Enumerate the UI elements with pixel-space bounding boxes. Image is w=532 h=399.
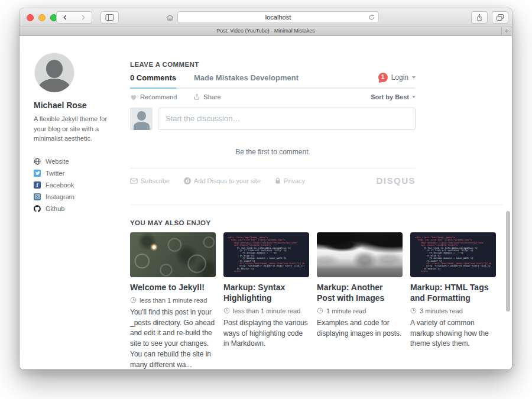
forward-button[interactable] — [74, 11, 92, 24]
commenter-avatar — [130, 108, 153, 130]
card-title[interactable]: Markup: Syntax Highlighting — [223, 283, 309, 304]
main-column: LEAVE A COMMENT 0 Comments Made Mistakes… — [130, 61, 504, 369]
home-icon — [166, 14, 174, 22]
login-badge: 1 — [378, 73, 388, 82]
github-icon — [34, 205, 41, 212]
read-time: 1 minute read — [317, 307, 403, 314]
disqus-footer: Subscribe d Add Disqus to your site Priv… — [130, 176, 416, 186]
chevron-right-icon — [79, 14, 87, 21]
card-thumbnail-code[interactable]: <div class="masthead__menu"> <nav id="si… — [410, 232, 496, 277]
disqus-logo[interactable]: DISQUS — [376, 176, 416, 186]
back-button[interactable] — [56, 11, 74, 24]
privacy-link[interactable]: Privacy — [275, 177, 305, 184]
sidebar-icon — [105, 14, 114, 21]
tab-bar: Post: Video (YouTube) - Minimal Mistakes… — [20, 27, 512, 36]
twitter-icon — [34, 170, 41, 177]
author-links: Website Twitter f Facebook Instagram — [34, 155, 127, 215]
new-tab-button[interactable]: + — [501, 27, 512, 35]
share-icon — [476, 14, 483, 22]
sidebar-toggle-button[interactable] — [100, 11, 119, 24]
window-controls — [27, 14, 57, 21]
author-bio: A flexible Jekyll theme for your blog or… — [34, 114, 113, 144]
home-button[interactable] — [163, 11, 176, 24]
sidebar-item-twitter[interactable]: Twitter — [34, 167, 127, 179]
share-button[interactable] — [471, 11, 488, 24]
disqus-d-icon: d — [184, 177, 191, 184]
clock-icon — [130, 297, 137, 303]
related-card: <div class="masthead__menu"> <nav id="si… — [223, 232, 309, 369]
recommend-button[interactable]: Recommend — [130, 93, 177, 100]
sidebar-item-facebook[interactable]: f Facebook — [34, 179, 127, 191]
sidebar-item-instagram[interactable]: Instagram — [34, 191, 127, 203]
share-arrow-icon — [193, 93, 200, 100]
disqus-divider — [130, 168, 416, 168]
subscribe-link[interactable]: Subscribe — [130, 177, 170, 184]
address-bar[interactable]: localhost — [177, 11, 379, 23]
chevron-left-icon — [61, 14, 69, 21]
author-avatar — [34, 53, 74, 93]
envelope-icon — [130, 178, 138, 184]
card-thumbnail-code[interactable]: <div class="masthead__menu"> <nav id="si… — [223, 232, 309, 277]
lock-icon — [275, 177, 281, 184]
instagram-icon — [34, 193, 41, 200]
comment-form: Start the discussion… — [130, 108, 416, 130]
author-name: Michael Rose — [34, 100, 127, 110]
card-excerpt: Examples and code for displaying images … — [317, 318, 403, 339]
sort-dropdown[interactable]: Sort by Best — [371, 93, 416, 100]
disqus-action-row: Recommend Share Sort by Best — [130, 93, 416, 100]
card-excerpt: A variety of common markup showing how t… — [410, 318, 496, 349]
related-posts: Welcome to Jekyll! less than 1 minute re… — [130, 232, 504, 369]
clock-icon — [317, 307, 323, 314]
sidebar-item-website[interactable]: Website — [34, 155, 127, 167]
globe-icon — [34, 158, 41, 165]
author-sidebar: Michael Rose A flexible Jekyll theme for… — [34, 53, 127, 215]
tab-overview-button[interactable] — [492, 11, 508, 24]
chevron-down-icon — [412, 96, 416, 98]
clock-icon — [223, 307, 230, 314]
tab-comments-count[interactable]: 0 Comments — [130, 73, 176, 82]
facebook-icon: f — [34, 181, 41, 189]
related-heading: YOU MAY ALSO ENJOY — [130, 219, 504, 226]
tab-title[interactable]: Post: Video (YouTube) - Minimal Mistakes — [216, 28, 315, 34]
related-card: Welcome to Jekyll! less than 1 minute re… — [130, 232, 216, 369]
card-title[interactable]: Markup: HTML Tags and Formatting — [410, 283, 496, 304]
close-button[interactable] — [27, 14, 34, 21]
refresh-button[interactable] — [368, 14, 375, 21]
sidebar-item-github[interactable]: Github — [34, 203, 127, 215]
empty-comments-message: Be the first to comment. — [130, 148, 416, 156]
minimize-button[interactable] — [38, 14, 46, 21]
disqus-embed: 0 Comments Made Mistakes Development 1 L… — [130, 73, 416, 186]
browser-window: localhost Post: Video (YouTube) - Minima… — [20, 8, 512, 369]
heart-icon — [130, 94, 137, 100]
comments-heading: LEAVE A COMMENT — [130, 61, 504, 68]
clock-icon — [410, 307, 417, 314]
login-button[interactable]: 1 Login — [378, 73, 416, 82]
tab-forum-name[interactable]: Made Mistakes Development — [194, 73, 299, 82]
address-bar-url: localhost — [265, 14, 291, 21]
card-thumbnail-foggy-tree[interactable] — [317, 232, 403, 277]
card-excerpt: Post displaying the various ways of high… — [223, 318, 309, 349]
related-card: Markup: Another Post with Images 1 minut… — [317, 232, 403, 369]
disqus-tabs: 0 Comments Made Mistakes Development 1 L… — [130, 73, 416, 89]
browser-toolbar: localhost — [20, 8, 512, 27]
scrollbar-thumb[interactable] — [506, 211, 510, 312]
add-disqus-link[interactable]: d Add Disqus to your site — [184, 177, 261, 184]
card-title[interactable]: Markup: Another Post with Images — [317, 283, 403, 304]
tabs-icon — [496, 14, 504, 21]
chevron-down-icon — [412, 76, 416, 79]
read-time: less than 1 minute read — [223, 307, 309, 314]
card-thumbnail-green-droplet[interactable] — [130, 232, 216, 277]
section-divider — [130, 205, 504, 205]
comment-input[interactable]: Start the discussion… — [158, 108, 416, 130]
related-card: <div class="masthead__menu"> <nav id="si… — [410, 232, 496, 369]
read-time: 3 minutes read — [410, 307, 496, 314]
share-comments-button[interactable]: Share — [193, 93, 220, 100]
card-excerpt: You'll find this post in your _posts dir… — [130, 307, 216, 369]
web-content: Michael Rose A flexible Jekyll theme for… — [20, 36, 512, 369]
read-time: less than 1 minute read — [130, 297, 216, 304]
card-title[interactable]: Welcome to Jekyll! — [130, 283, 216, 293]
